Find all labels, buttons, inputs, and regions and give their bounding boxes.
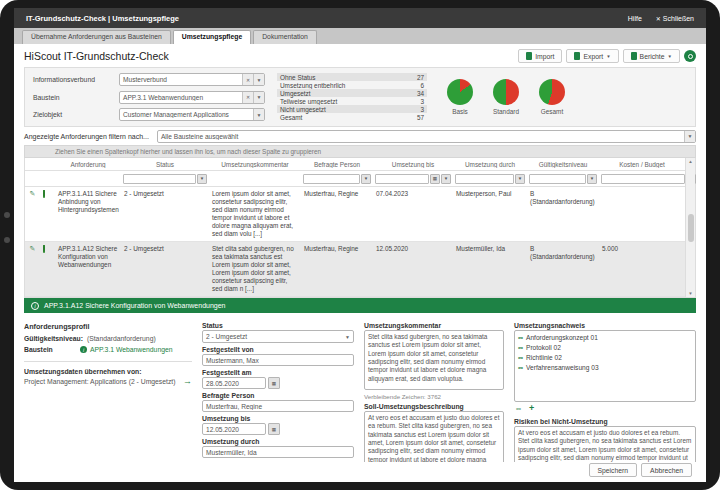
umsetzung-bis-filter-input[interactable] [375,174,429,184]
window-title: IT-Grundschutz-Check | Umsetzungspflege [26,14,179,23]
festgestellt-von-input[interactable] [202,354,354,366]
chevron-down-icon[interactable]: ▼ [253,109,264,120]
baustein-select[interactable]: APP.3.1 Webanwendungen ✕ ▼ [119,91,265,104]
befragte-person-filter-input[interactable] [303,174,360,184]
apply-arrow-icon[interactable]: → [183,376,192,386]
scope-filters: Informationsverbund Musterverbund ✕ ▼ Ba… [33,73,265,121]
umsetzung-durch-filter-input[interactable] [455,174,514,184]
befragte-person-label: Befragte Person [202,392,354,399]
cancel-button[interactable]: Abbrechen [641,463,692,477]
add-evidence-button[interactable]: + [529,404,534,413]
baustein-value: APP.3.1 Webanwendungen [120,94,242,101]
edit-pencil-icon[interactable]: ✎ [25,190,40,199]
tab-uebernahme-anforderungen[interactable]: Übernahme Anforderungen aus Bausteinen [22,30,171,44]
nachweis-label: Umsetzungsnachweis [514,322,696,329]
table-row[interactable]: ✎ APP.3.1.A11 Sichere Anbindung von Hint… [25,187,685,242]
close-button[interactable]: ✕Schließen [656,15,694,22]
gueltigkeitsniveau-filter-input[interactable] [529,174,586,184]
scroll-down-icon[interactable]: ▼ [688,291,692,296]
filter-funnel-icon[interactable]: ▼ [441,174,451,184]
detail-header-bar: i APP.3.1.A12 Sichere Konfiguration von … [24,298,696,313]
list-item[interactable]: ∞Richtlinie 02 [518,353,692,363]
calendar-icon[interactable]: ▦ [268,423,280,435]
import-button[interactable]: Import [518,49,562,63]
calendar-icon[interactable]: ▦ [430,174,440,184]
save-button[interactable]: Speichern [589,463,638,477]
help-link[interactable]: Hilfe [628,15,642,22]
scrollbar-thumb[interactable] [688,214,694,242]
uebernehmen-source: Project Management: Applications (2 - Um… [24,378,176,385]
chevron-down-icon: ▼ [342,331,353,342]
reports-button[interactable]: Berichte▼ [623,49,680,63]
col-anforderung[interactable]: Anforderung [55,161,121,168]
table-row-selected[interactable]: ✎ APP.3.1.A12 Sichere Konfiguration von … [25,242,685,297]
col-status[interactable]: Status [121,161,209,168]
chevron-down-icon: ▼ [606,54,610,59]
filter-funnel-icon[interactable]: ▼ [587,174,597,184]
col-befragte-person[interactable]: Befragte Person [301,161,373,168]
detail-form: Status 2 - Umgesetzt ▼ Festgestellt von … [202,319,354,462]
pie-chart-gesamt [539,79,565,105]
nachweis-listbox[interactable]: ∞Anforderungskonzept 01 ∞Protokoll 02 ∞R… [514,330,696,402]
tab-dokumentation[interactable]: Dokumentation [253,30,317,44]
tab-umsetzungspflege[interactable]: Umsetzungspflege [173,30,251,44]
umsetzung-durch-input[interactable] [202,446,354,458]
link-evidence-button[interactable]: ∞ [516,405,521,412]
cell-kommentar: Stet clita sabd gubergren, no sea takima… [209,245,301,293]
chevron-down-icon[interactable]: ▼ [253,92,264,103]
risiken-textarea[interactable]: At vero eos et accusam et justo duo dolo… [514,426,696,462]
nachweis-item-label: Richtlinie 02 [526,353,562,363]
col-kosten-budget[interactable]: Kosten / Budget [599,161,685,168]
list-item[interactable]: ∞Protokoll 02 [518,343,692,353]
cell-gueltigkeitsniveau: B (Standardanforderung) [527,190,599,206]
calendar-icon[interactable]: ▦ [268,377,280,389]
green-circle-button[interactable] [684,50,696,62]
festgestellt-am-input[interactable] [202,377,266,389]
col-umsetzungskommentar[interactable]: Umsetzungskommentar [209,161,301,168]
table-filter-row: ▼ ▼ ▦▼ ▼ ▼ ▼ [25,171,685,187]
filter-funnel-icon[interactable]: ▼ [515,174,525,184]
col-umsetzung-bis[interactable]: Umsetzung bis [373,161,453,168]
status-label: Gesamt [280,114,302,121]
status-count: 6 [420,82,424,89]
filter-funnel-icon[interactable]: ▼ [197,174,207,184]
list-item[interactable]: ∞Verfahrensanweisung 03 [518,363,692,373]
umsetzung-bis-label: Umsetzung bis [202,415,354,422]
festgestellt-von-label: Festgestellt von [202,346,354,353]
chevron-down-icon[interactable]: ▼ [684,131,695,142]
status-filter-input[interactable] [123,174,196,184]
group-drop-zone[interactable]: Ziehen Sie einen Spaltenkopf hierher und… [24,145,696,158]
table-scrollbar[interactable]: ▲ ▼ [685,158,695,297]
baustein-filter-select[interactable]: Alle Bausteine ausgewählt ▼ [157,130,696,143]
status-count: 34 [417,90,424,97]
baustein-link[interactable]: i APP.3.1 Webanwendungen [80,346,173,353]
umsetzungskommentar-textarea[interactable]: Stet clita kasd gubergren, no sea takima… [364,330,504,390]
import-label: Import [535,53,554,60]
informationsverbund-select[interactable]: Musterverbund ✕ ▼ [119,73,265,86]
table-header-row: Anforderung Status Umsetzungskommentar B… [25,158,685,171]
col-umsetzung-durch[interactable]: Umsetzung durch [453,161,527,168]
scroll-up-icon[interactable]: ▲ [688,159,692,164]
pie-charts: Basis Standard Gesamt [439,73,565,121]
profile-title: Anforderungsprofil [24,322,192,331]
status-count: 27 [417,74,424,81]
clear-icon[interactable]: ✕ [242,92,253,103]
status-select[interactable]: 2 - Umgesetzt ▼ [202,330,354,343]
baustein-detail-label: Baustein [24,346,76,353]
umsetzung-durch-label: Umsetzung durch [202,438,354,445]
export-button[interactable]: Export▼ [566,49,618,63]
group-hint: Ziehen Sie einen Spaltenkopf hierher und… [55,148,321,155]
clear-icon[interactable]: ✕ [242,74,253,85]
chevron-down-icon[interactable]: ▼ [253,74,264,85]
list-item[interactable]: ∞Anforderungskonzept 01 [518,333,692,343]
umsetzung-bis-input[interactable] [202,423,266,435]
kosten-filter-input[interactable] [601,174,685,184]
edit-pencil-icon[interactable]: ✎ [25,245,40,254]
soll-textarea[interactable]: At vero eos et accusam et justo duo dolo… [364,411,504,462]
zielobjekt-select[interactable]: Customer Management Applications ▼ [119,108,265,121]
link-icon: ∞ [518,344,523,351]
filter-funnel-icon[interactable]: ▼ [361,174,371,184]
status-count: 57 [417,114,424,121]
befragte-person-input[interactable] [202,400,354,412]
col-gueltigkeitsniveau[interactable]: Gültigkeitsniveau [527,161,599,168]
